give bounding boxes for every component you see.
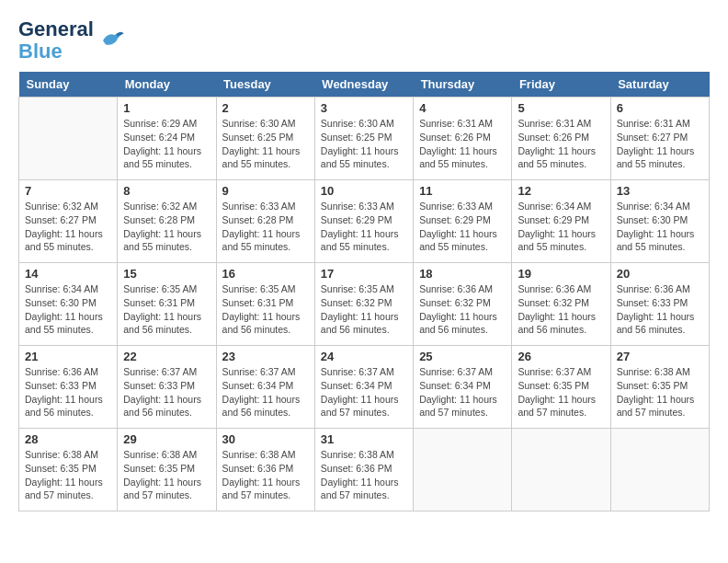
day-number: 2 [222, 101, 309, 115]
calendar-cell: 28Sunrise: 6:38 AM Sunset: 6:35 PM Dayli… [19, 429, 118, 511]
calendar-cell: 10Sunrise: 6:33 AM Sunset: 6:29 PM Dayli… [314, 180, 413, 263]
day-info: Sunrise: 6:31 AM Sunset: 6:26 PM Dayligh… [419, 117, 506, 171]
day-number: 19 [518, 267, 604, 281]
calendar-week-row-5: 28Sunrise: 6:38 AM Sunset: 6:35 PM Dayli… [19, 429, 710, 511]
calendar-cell: 18Sunrise: 6:36 AM Sunset: 6:32 PM Dayli… [414, 263, 512, 346]
calendar-cell: 20Sunrise: 6:36 AM Sunset: 6:33 PM Dayli… [610, 263, 709, 346]
calendar-cell [414, 429, 512, 511]
day-info: Sunrise: 6:30 AM Sunset: 6:25 PM Dayligh… [321, 117, 407, 171]
calendar-cell: 24Sunrise: 6:37 AM Sunset: 6:34 PM Dayli… [314, 346, 413, 429]
calendar-cell: 29Sunrise: 6:38 AM Sunset: 6:35 PM Dayli… [118, 429, 216, 511]
calendar-cell: 11Sunrise: 6:33 AM Sunset: 6:29 PM Dayli… [414, 180, 512, 263]
weekday-header-thursday: Thursday [414, 72, 512, 98]
day-info: Sunrise: 6:31 AM Sunset: 6:26 PM Dayligh… [518, 117, 604, 171]
day-info: Sunrise: 6:37 AM Sunset: 6:35 PM Dayligh… [518, 365, 604, 419]
weekday-header-monday: Monday [118, 72, 216, 98]
calendar-cell [512, 429, 610, 511]
calendar-cell: 16Sunrise: 6:35 AM Sunset: 6:31 PM Dayli… [216, 263, 314, 346]
day-number: 17 [321, 267, 407, 281]
day-info: Sunrise: 6:30 AM Sunset: 6:25 PM Dayligh… [222, 117, 309, 171]
day-number: 10 [321, 184, 407, 198]
calendar-week-row-2: 7Sunrise: 6:32 AM Sunset: 6:27 PM Daylig… [19, 180, 710, 263]
weekday-header-wednesday: Wednesday [314, 72, 413, 98]
day-info: Sunrise: 6:33 AM Sunset: 6:29 PM Dayligh… [321, 200, 407, 254]
day-info: Sunrise: 6:32 AM Sunset: 6:28 PM Dayligh… [123, 200, 210, 254]
day-number: 7 [25, 184, 111, 198]
day-info: Sunrise: 6:38 AM Sunset: 6:36 PM Dayligh… [321, 448, 407, 502]
day-info: Sunrise: 6:37 AM Sunset: 6:33 PM Dayligh… [123, 365, 210, 419]
calendar-cell: 21Sunrise: 6:36 AM Sunset: 6:33 PM Dayli… [19, 346, 118, 429]
calendar-cell: 19Sunrise: 6:36 AM Sunset: 6:32 PM Dayli… [512, 263, 610, 346]
calendar-cell: 9Sunrise: 6:33 AM Sunset: 6:28 PM Daylig… [216, 180, 314, 263]
calendar-cell: 6Sunrise: 6:31 AM Sunset: 6:27 PM Daylig… [610, 98, 709, 180]
calendar-cell [610, 429, 709, 511]
calendar-cell: 30Sunrise: 6:38 AM Sunset: 6:36 PM Dayli… [216, 429, 314, 511]
day-number: 31 [321, 432, 407, 446]
day-number: 16 [222, 267, 309, 281]
calendar-cell: 4Sunrise: 6:31 AM Sunset: 6:26 PM Daylig… [414, 98, 512, 180]
day-info: Sunrise: 6:36 AM Sunset: 6:32 PM Dayligh… [419, 282, 506, 337]
day-info: Sunrise: 6:34 AM Sunset: 6:30 PM Dayligh… [617, 200, 703, 254]
day-info: Sunrise: 6:38 AM Sunset: 6:35 PM Dayligh… [25, 448, 111, 502]
day-info: Sunrise: 6:31 AM Sunset: 6:27 PM Dayligh… [617, 117, 703, 171]
calendar-cell: 14Sunrise: 6:34 AM Sunset: 6:30 PM Dayli… [19, 263, 118, 346]
logo: GeneralBlue [18, 18, 125, 63]
day-number: 24 [321, 350, 407, 363]
day-number: 18 [419, 267, 506, 281]
day-info: Sunrise: 6:35 AM Sunset: 6:31 PM Dayligh… [222, 282, 309, 337]
day-info: Sunrise: 6:38 AM Sunset: 6:35 PM Dayligh… [123, 448, 210, 502]
day-number: 4 [419, 101, 506, 115]
weekday-header-friday: Friday [512, 72, 610, 98]
weekday-header-sunday: Sunday [19, 72, 118, 98]
day-info: Sunrise: 6:38 AM Sunset: 6:36 PM Dayligh… [222, 448, 309, 502]
weekday-header-tuesday: Tuesday [216, 72, 314, 98]
day-number: 6 [617, 101, 703, 115]
calendar-cell: 25Sunrise: 6:37 AM Sunset: 6:34 PM Dayli… [414, 346, 512, 429]
day-number: 26 [518, 350, 604, 363]
day-info: Sunrise: 6:32 AM Sunset: 6:27 PM Dayligh… [25, 200, 111, 254]
calendar-cell: 13Sunrise: 6:34 AM Sunset: 6:30 PM Dayli… [610, 180, 709, 263]
calendar-week-row-4: 21Sunrise: 6:36 AM Sunset: 6:33 PM Dayli… [19, 346, 710, 429]
calendar-cell: 22Sunrise: 6:37 AM Sunset: 6:33 PM Dayli… [118, 346, 216, 429]
day-info: Sunrise: 6:34 AM Sunset: 6:29 PM Dayligh… [518, 200, 604, 254]
day-number: 25 [419, 350, 506, 363]
calendar-cell: 23Sunrise: 6:37 AM Sunset: 6:34 PM Dayli… [216, 346, 314, 429]
calendar-table: SundayMondayTuesdayWednesdayThursdayFrid… [18, 72, 710, 511]
day-number: 27 [617, 350, 703, 363]
day-info: Sunrise: 6:33 AM Sunset: 6:29 PM Dayligh… [419, 200, 506, 254]
day-info: Sunrise: 6:36 AM Sunset: 6:33 PM Dayligh… [617, 282, 703, 337]
logo-text: GeneralBlue [18, 18, 94, 63]
day-info: Sunrise: 6:33 AM Sunset: 6:28 PM Dayligh… [222, 200, 309, 254]
day-number: 5 [518, 101, 604, 115]
day-info: Sunrise: 6:36 AM Sunset: 6:32 PM Dayligh… [518, 282, 604, 337]
day-info: Sunrise: 6:38 AM Sunset: 6:35 PM Dayligh… [617, 365, 703, 419]
day-number: 29 [123, 432, 210, 446]
calendar-cell [19, 98, 118, 180]
calendar-cell: 12Sunrise: 6:34 AM Sunset: 6:29 PM Dayli… [512, 180, 610, 263]
day-number: 8 [123, 184, 210, 198]
calendar-cell: 17Sunrise: 6:35 AM Sunset: 6:32 PM Dayli… [314, 263, 413, 346]
day-number: 21 [25, 350, 111, 363]
day-info: Sunrise: 6:29 AM Sunset: 6:24 PM Dayligh… [123, 117, 210, 171]
calendar-cell: 27Sunrise: 6:38 AM Sunset: 6:35 PM Dayli… [610, 346, 709, 429]
calendar-cell: 26Sunrise: 6:37 AM Sunset: 6:35 PM Dayli… [512, 346, 610, 429]
day-number: 22 [123, 350, 210, 363]
day-number: 12 [518, 184, 604, 198]
page-header: GeneralBlue [18, 18, 710, 63]
calendar-cell: 1Sunrise: 6:29 AM Sunset: 6:24 PM Daylig… [118, 98, 216, 180]
calendar-cell: 5Sunrise: 6:31 AM Sunset: 6:26 PM Daylig… [512, 98, 610, 180]
calendar-cell: 15Sunrise: 6:35 AM Sunset: 6:31 PM Dayli… [118, 263, 216, 346]
calendar-week-row-3: 14Sunrise: 6:34 AM Sunset: 6:30 PM Dayli… [19, 263, 710, 346]
day-info: Sunrise: 6:34 AM Sunset: 6:30 PM Dayligh… [25, 282, 111, 337]
day-number: 15 [123, 267, 210, 281]
calendar-cell: 2Sunrise: 6:30 AM Sunset: 6:25 PM Daylig… [216, 98, 314, 180]
day-info: Sunrise: 6:35 AM Sunset: 6:32 PM Dayligh… [321, 282, 407, 337]
weekday-header-saturday: Saturday [610, 72, 709, 98]
day-number: 1 [123, 101, 210, 115]
calendar-week-row-1: 1Sunrise: 6:29 AM Sunset: 6:24 PM Daylig… [19, 98, 710, 180]
day-info: Sunrise: 6:35 AM Sunset: 6:31 PM Dayligh… [123, 282, 210, 337]
day-info: Sunrise: 6:36 AM Sunset: 6:33 PM Dayligh… [25, 365, 111, 419]
day-number: 13 [617, 184, 703, 198]
day-info: Sunrise: 6:37 AM Sunset: 6:34 PM Dayligh… [222, 365, 309, 419]
day-number: 14 [25, 267, 111, 281]
